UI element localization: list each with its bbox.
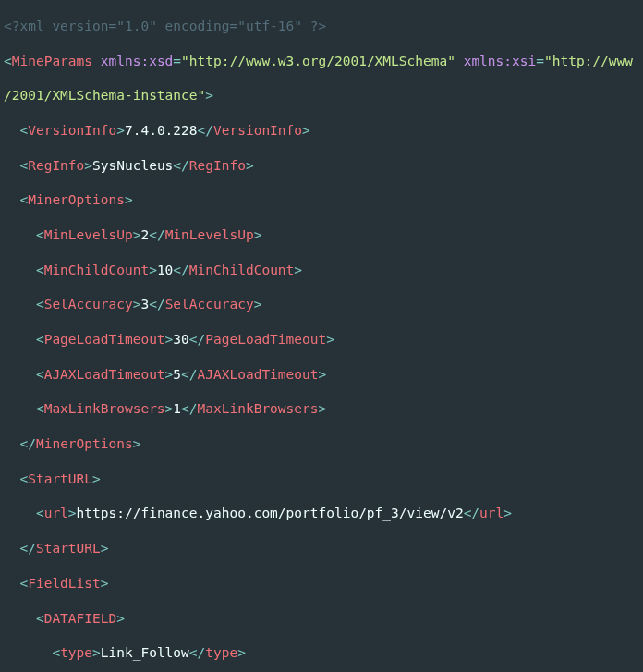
code-line: <FieldList> [4,575,639,593]
code-line: <DATAFIELD> [4,610,639,628]
code-line: <url>https://finance.yahoo.com/portfolio… [4,505,639,522]
code-line: <RegInfo>SysNucleus</RegInfo> [4,157,639,175]
code-line: <MaxLinkBrowsers>1</MaxLinkBrowsers> [4,400,639,418]
code-line: /2001/XMLSchema-instance"> [4,87,639,104]
xml-code-view[interactable]: <?xml version="1.0" encoding="utf-16" ?>… [0,0,643,672]
code-line: <type>Link_Follow</type> [4,644,639,662]
text-cursor [261,297,261,312]
code-line: <?xml version="1.0" encoding="utf-16" ?> [4,18,639,35]
code-line: </StartURL> [4,540,639,557]
code-line: <MineParams xmlns:xsd="http://www.w3.org… [4,53,639,70]
code-line: <MinChildCount>10</MinChildCount> [4,262,639,279]
code-line: <MinerOptions> [4,191,639,209]
code-line: <SelAccuracy>3</SelAccuracy> [4,296,639,313]
code-line: <StartURL> [4,470,639,488]
code-line: </MinerOptions> [4,435,639,453]
code-line: <PageLoadTimeout>30</PageLoadTimeout> [4,331,639,348]
code-line: <AJAXLoadTimeout>5</AJAXLoadTimeout> [4,366,639,384]
code-line: <MinLevelsUp>2</MinLevelsUp> [4,226,639,244]
code-line: <VersionInfo>7.4.0.228</VersionInfo> [4,122,639,140]
